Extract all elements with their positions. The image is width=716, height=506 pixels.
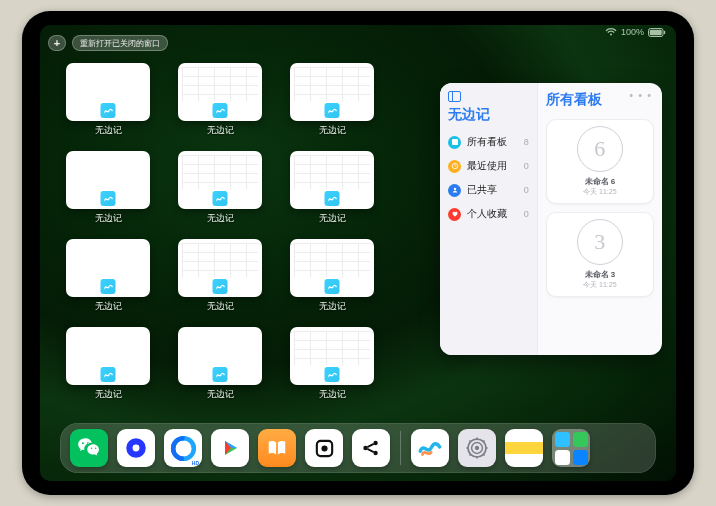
nav-item-label: 所有看板 [467,135,507,149]
dock: HD [60,423,656,473]
nav-item-icon [448,184,461,197]
nav-item-count: 0 [524,185,529,195]
window-thumb[interactable]: 无边记 [66,151,150,225]
board-date: 今天 11:25 [583,280,616,290]
screen: 100% + 重新打开已关闭的窗口 无边记 无边记 无边记 无边记 [40,25,676,481]
window-label: 无边记 [319,124,346,137]
freeform-app-icon [213,103,228,118]
svg-point-11 [321,445,327,451]
freeform-app-icon [325,191,340,206]
window-thumb[interactable]: 无边记 [66,327,150,401]
nav-item[interactable]: 最近使用 0 [448,154,529,178]
freeform-sidebar-card[interactable]: • • • 无边记 所有看板 8 最近使用 0 已共享 0 个人收藏 0 所有看… [440,83,662,355]
svg-point-7 [133,445,140,452]
window-preview[interactable] [290,63,374,121]
window-label: 无边记 [207,300,234,313]
freeform-app-icon [325,103,340,118]
window-label: 无边记 [95,300,122,313]
svg-rect-2 [664,30,665,33]
freeform-app-icon [101,191,116,206]
window-label: 无边记 [319,300,346,313]
window-label: 无边记 [319,388,346,401]
window-label: 无边记 [207,212,234,225]
ipad-device: 100% + 重新打开已关闭的窗口 无边记 无边记 无边记 无边记 [22,11,694,495]
battery-label: 100% [621,27,644,37]
nav-item-count: 0 [524,209,529,219]
freeform-app-icon [101,103,116,118]
dock-app-library[interactable] [552,429,590,467]
top-controls: + 重新打开已关闭的窗口 [48,35,168,51]
window-thumb[interactable]: 无边记 [290,239,374,313]
dock-app-notes[interactable] [505,429,543,467]
window-preview[interactable] [290,151,374,209]
window-preview[interactable] [178,63,262,121]
window-thumb[interactable]: 无边记 [66,239,150,313]
window-preview[interactable] [178,327,262,385]
reopen-closed-window-button[interactable]: 重新打开已关闭的窗口 [72,35,168,51]
card-nav: 无边记 所有看板 8 最近使用 0 已共享 0 个人收藏 0 [440,83,538,355]
window-thumb[interactable]: 无边记 [178,327,262,401]
window-thumb[interactable]: 无边记 [290,151,374,225]
window-preview[interactable] [66,239,150,297]
freeform-app-icon [101,367,116,382]
freeform-app-icon [325,367,340,382]
window-label: 无边记 [95,124,122,137]
svg-point-5 [453,188,455,190]
app-library-icon [555,432,588,465]
nav-item-icon [448,208,461,221]
svg-rect-3 [452,139,458,145]
dock-app-share[interactable] [352,429,390,467]
dock-app-game[interactable] [305,429,343,467]
new-window-button[interactable]: + [48,35,66,51]
freeform-app-icon [325,279,340,294]
board-tile[interactable]: 3 未命名 3 今天 11:25 [546,212,654,297]
dock-app-books[interactable] [258,429,296,467]
board-thumbnail: 6 [577,126,623,172]
window-thumb[interactable]: 无边记 [290,63,374,137]
window-preview[interactable] [178,151,262,209]
board-tile[interactable]: 6 未命名 6 今天 11:25 [546,119,654,204]
dock-divider [400,431,401,465]
window-label: 无边记 [95,212,122,225]
freeform-app-icon [213,191,228,206]
board-name: 未命名 3 [585,269,616,280]
board-name: 未命名 6 [585,176,616,187]
board-date: 今天 11:25 [583,187,616,197]
nav-item-label: 已共享 [467,183,497,197]
board-thumbnail: 3 [577,219,623,265]
nav-item-count: 8 [524,137,529,147]
dock-app-wechat[interactable] [70,429,108,467]
window-thumb[interactable]: 无边记 [178,151,262,225]
nav-item-label: 最近使用 [467,159,507,173]
window-preview[interactable] [290,327,374,385]
dock-app-settings[interactable] [458,429,496,467]
freeform-app-icon [213,279,228,294]
dock-app-freeform[interactable] [411,429,449,467]
window-label: 无边记 [319,212,346,225]
nav-item[interactable]: 所有看板 8 [448,130,529,154]
dock-app-video[interactable] [211,429,249,467]
window-thumb[interactable]: 无边记 [290,327,374,401]
svg-rect-1 [650,29,662,35]
window-thumb[interactable]: 无边记 [178,63,262,137]
window-thumb[interactable]: 无边记 [66,63,150,137]
dock-app-qqbrowser[interactable]: HD [164,429,202,467]
nav-item[interactable]: 已共享 0 [448,178,529,202]
sidebar-toggle-icon[interactable] [448,91,461,102]
dock-app-quark[interactable] [117,429,155,467]
window-preview[interactable] [178,239,262,297]
more-icon[interactable]: • • • [629,89,652,101]
card-main: 所有看板 6 未命名 6 今天 11:253 未命名 3 今天 11:25 [538,83,662,355]
window-preview[interactable] [66,63,150,121]
battery-icon [648,28,666,37]
window-preview[interactable] [290,239,374,297]
window-label: 无边记 [207,124,234,137]
window-preview[interactable] [66,327,150,385]
nav-item-icon [448,160,461,173]
wifi-icon [605,28,617,36]
window-label: 无边记 [95,388,122,401]
window-thumb[interactable]: 无边记 [178,239,262,313]
nav-item[interactable]: 个人收藏 0 [448,202,529,226]
nav-item-count: 0 [524,161,529,171]
window-preview[interactable] [66,151,150,209]
